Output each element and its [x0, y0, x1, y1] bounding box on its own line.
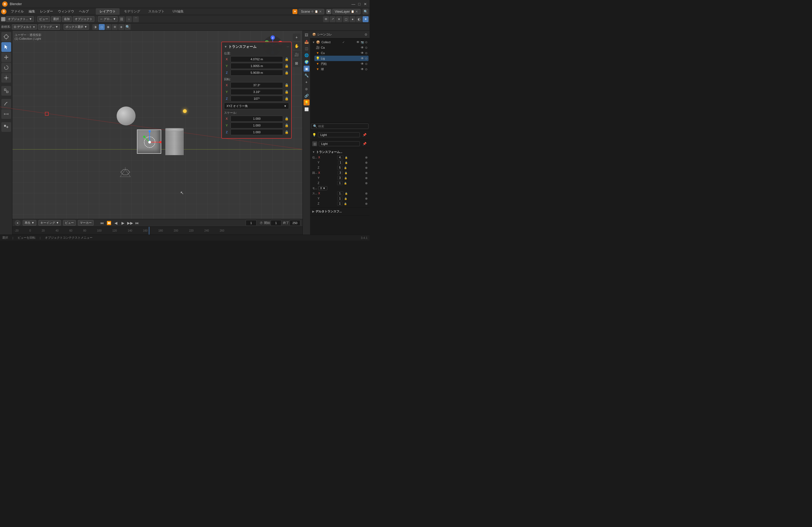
menu-help[interactable]: ヘルプ [77, 9, 91, 14]
zoom-in-button[interactable]: + [293, 33, 300, 41]
camera-object[interactable] [118, 167, 133, 183]
scale-x-lock[interactable]: 🔒 [345, 192, 348, 195]
play-btn[interactable]: ▶ [120, 220, 126, 226]
move-tool[interactable] [1, 52, 11, 62]
timeline-play-dropdown[interactable]: 再生 ▼ [23, 220, 36, 226]
shade-wire-icon[interactable]: ◉ [105, 24, 111, 30]
rotation-z-value[interactable]: 107° [231, 96, 283, 102]
object-type-field[interactable]: Light [319, 141, 360, 146]
maximize-button[interactable]: □ [357, 2, 362, 6]
render-props-tab[interactable]: 🖼 [304, 32, 309, 38]
position-y-value[interactable]: 1.0055 m [231, 63, 283, 69]
minimize-button[interactable]: — [351, 2, 356, 6]
object-menu[interactable]: オブジェクト [73, 16, 95, 22]
props-search-input[interactable] [318, 124, 367, 128]
rot-z-lock[interactable]: 🔒 [344, 181, 347, 185]
light-object[interactable] [183, 109, 187, 113]
menu-render[interactable]: レンダー [38, 9, 55, 14]
mode-dropdown[interactable]: オブジェクト... ▼ [6, 16, 34, 22]
proportional-icon[interactable]: ○ [126, 16, 132, 22]
light-eye[interactable]: 👁 [361, 57, 364, 60]
pos-x-lock[interactable]: 🔒 [345, 156, 348, 160]
cube-render[interactable]: ⊙ [365, 51, 367, 55]
props-transform-header[interactable]: ▼ トランスフォーム... [311, 149, 368, 155]
transform-tool[interactable] [1, 86, 11, 96]
view-layer-tab[interactable]: ◫ [304, 45, 309, 51]
particles-tab[interactable]: ✦ [304, 79, 309, 85]
cylinder-object[interactable] [165, 128, 184, 155]
scene-props-tab[interactable]: 🌐 [304, 52, 309, 58]
timeline-record-btn[interactable]: ● [15, 220, 20, 226]
props-delta-header[interactable]: ▶ デルタトランスフ... [311, 209, 368, 214]
euler-dropdown[interactable]: XYZ オイラー角 ▼ [224, 103, 289, 109]
sphere-eye[interactable]: 👁 [361, 67, 364, 71]
view-menu[interactable]: ビュー [37, 16, 50, 22]
light-render[interactable]: ⊙ [365, 57, 367, 60]
object-name-lock[interactable]: 📌 [362, 132, 367, 138]
rotation-z-lock[interactable]: 🔒 [284, 96, 289, 101]
cylinder-eye[interactable]: 👁 [361, 62, 364, 66]
timeline-track[interactable]: -20 0 20 40 60 80 100 120 140 160 180 20… [12, 227, 303, 235]
tree-cube[interactable]: ▼ Cu 👁 ⊙ [315, 50, 368, 56]
viewlayer-dropdown[interactable]: ViewLayer 📋 ✕ [332, 9, 360, 14]
tab-layout[interactable]: レイアウト [96, 8, 120, 15]
tree-cylinder[interactable]: ▼ 円柱 👁 ⊙ [315, 61, 368, 66]
shade-mat-icon[interactable]: ⊕ [112, 24, 118, 30]
world-props-tab[interactable]: 🌍 [304, 59, 309, 65]
rendered-icon[interactable]: ☀ [363, 16, 368, 22]
shade-flat-icon[interactable]: ◑ [92, 24, 98, 30]
material-preview-icon[interactable]: ◐ [356, 16, 362, 22]
cylinder-render[interactable]: ⊙ [365, 62, 367, 66]
scene-dropdown[interactable]: Scene ⚙ 📋 ✕ [299, 9, 324, 14]
proportional2-icon[interactable]: ⌒ [133, 16, 139, 22]
current-frame-input[interactable]: 1 [246, 220, 257, 226]
physics-tab[interactable]: ⊕ [304, 86, 309, 92]
cursor-tool[interactable] [1, 32, 11, 42]
timeline-marker-btn[interactable]: マーカー [78, 220, 93, 226]
position-z-lock[interactable]: 🔒 [284, 70, 289, 75]
position-y-lock[interactable]: 🔒 [284, 63, 289, 69]
rot-x-lock[interactable]: 🔒 [344, 171, 348, 175]
shade-smooth-icon[interactable]: □ [99, 24, 105, 30]
sphere-object[interactable] [117, 106, 135, 125]
object-name-field[interactable]: Light [318, 132, 360, 137]
gizmo-icon[interactable]: ↗ [330, 16, 335, 22]
rotation-y-value[interactable]: 3.16° [231, 89, 283, 95]
add-object-tool[interactable] [1, 122, 11, 132]
end-frame-input[interactable]: 250 [290, 220, 300, 226]
step-back-btn[interactable]: ◀ [113, 220, 119, 226]
cube-eye[interactable]: 👁 [361, 51, 364, 55]
props-pos-y[interactable]: 1 [338, 161, 343, 165]
tree-collection[interactable]: ▼ 📦 Collect ✓ 👁 📷 ⊙ [311, 40, 368, 45]
viewport-overlay2-icon[interactable]: ▼ [336, 16, 342, 22]
display-mode-button[interactable]: ⊞ [293, 59, 300, 67]
scale-x-value[interactable]: 1.000 [231, 116, 283, 122]
scale-z-value[interactable]: 1.000 [231, 129, 283, 135]
scale-z-lock[interactable]: 🔒 [284, 130, 289, 135]
solid-icon[interactable]: ● [350, 16, 356, 22]
menu-file[interactable]: ファイル [9, 9, 26, 14]
position-x-lock[interactable]: 🔒 [284, 57, 289, 62]
object-type-lock[interactable]: 📌 [362, 141, 367, 147]
rotation-x-lock[interactable]: 🔒 [284, 83, 289, 88]
select-tool[interactable] [1, 42, 11, 52]
outliner-filter-btn[interactable]: ⚙ [364, 33, 367, 36]
position-x-value[interactable]: 4.0762 m [231, 56, 283, 62]
cube-object[interactable] [137, 130, 161, 154]
scale-z-lock[interactable]: 🔒 [344, 202, 347, 206]
props-search-container[interactable]: 🔍 [311, 123, 368, 129]
menu-window[interactable]: ウィンドウ [56, 9, 76, 14]
tree-light[interactable]: 💡 Lig 👁 ⊙ [315, 56, 368, 61]
viewport-3d[interactable]: ユーザー・透視投影 (1) Collection | Light [12, 31, 303, 219]
props-scale-x[interactable]: 1. [337, 191, 343, 195]
rotation-x-value[interactable]: 37.3° [231, 82, 283, 88]
timeline-keying-dropdown[interactable]: キーイング ▼ [39, 220, 61, 226]
coord-dropdown[interactable]: ⊡ デフォルト ▼ [12, 24, 37, 29]
props-scale-y[interactable]: 1 [337, 196, 343, 200]
step-fwd-btn[interactable]: ▶▶ [127, 220, 133, 226]
props-mode-dropdown[interactable]: X ▼ [318, 186, 327, 190]
jump-start-btn[interactable]: ⏮ [99, 220, 105, 226]
material-tab[interactable]: ⬜ [304, 106, 309, 112]
pan-button[interactable]: ✋ [293, 42, 300, 50]
pos-y-lock[interactable]: 🔒 [344, 161, 348, 165]
